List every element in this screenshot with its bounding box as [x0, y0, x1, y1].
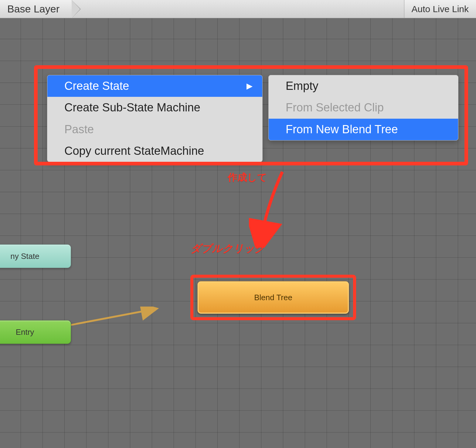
node-blend-tree-label: Blend Tree: [254, 293, 292, 302]
annotation-create-label: 作成して: [228, 172, 267, 183]
breadcrumb: Base Layer: [0, 0, 404, 18]
node-any-state-label: ny State: [10, 252, 39, 261]
menu-item-label: Create State: [64, 78, 129, 94]
svg-line-0: [64, 310, 152, 326]
context-submenu: Empty From Selected Clip From New Blend …: [268, 75, 458, 141]
breadcrumb-base-layer[interactable]: Base Layer: [0, 0, 72, 18]
submenu-item-from-selected-clip: From Selected Clip: [269, 97, 458, 118]
menu-item-create-state[interactable]: Create State ▶: [47, 75, 262, 97]
transition-arrow: [64, 307, 197, 328]
breadcrumb-label: Base Layer: [7, 3, 59, 15]
submenu-item-from-new-blend-tree[interactable]: From New Blend Tree: [269, 119, 458, 140]
annotation-double-click-label: ダブルクリック: [191, 243, 265, 254]
submenu-item-label: From Selected Clip: [286, 100, 384, 115]
submenu-item-label: Empty: [286, 78, 318, 94]
context-menu: Create State ▶ Create Sub-State Machine …: [47, 75, 263, 162]
submenu-arrow-icon: ▶: [246, 81, 253, 91]
menu-item-label: Paste: [64, 122, 94, 137]
submenu-item-empty[interactable]: Empty: [269, 75, 458, 97]
menu-item-label: Create Sub-State Machine: [64, 100, 200, 115]
node-any-state[interactable]: ny State: [0, 244, 71, 268]
animator-toolbar: Base Layer Auto Live Link: [0, 0, 476, 18]
annotation-create: 作成して: [228, 171, 267, 184]
auto-live-link-label: Auto Live Link: [412, 4, 469, 14]
menu-item-paste: Paste: [47, 119, 262, 140]
node-blend-tree[interactable]: Blend Tree: [197, 281, 349, 314]
node-entry[interactable]: Entry: [0, 320, 71, 344]
auto-live-link-button[interactable]: Auto Live Link: [404, 0, 476, 18]
menu-item-label: Copy current StateMachine: [64, 143, 204, 159]
node-entry-label: Entry: [16, 328, 34, 337]
menu-item-copy-statemachine[interactable]: Copy current StateMachine: [47, 140, 262, 162]
submenu-item-label: From New Blend Tree: [286, 122, 398, 137]
annotation-double-click: ダブルクリック: [191, 242, 265, 256]
menu-item-create-substate[interactable]: Create Sub-State Machine: [47, 97, 262, 118]
